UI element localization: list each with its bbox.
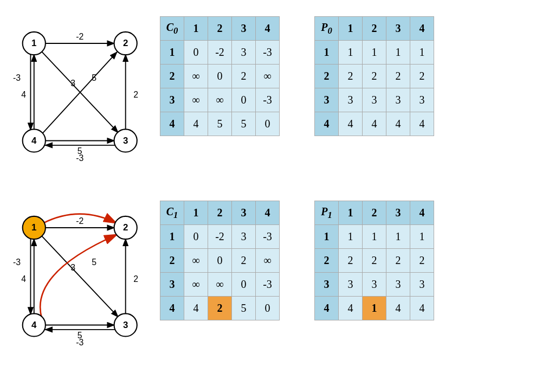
c0-row-1-header: 1 — [160, 41, 184, 65]
edge-label-1-2: -2 — [76, 32, 83, 41]
p0-4-2: 4 — [363, 112, 386, 136]
c1-3-4: -3 — [256, 273, 280, 297]
p0-2-2: 2 — [363, 65, 386, 88]
c1-1-2: -2 — [208, 225, 232, 249]
c1-row-4-header: 4 — [160, 297, 184, 320]
c1-3-2: ∞ — [208, 273, 232, 297]
c1-row-3-header: 3 — [160, 273, 184, 297]
p1-3-1: 3 — [339, 273, 363, 297]
p0-1-4: 1 — [410, 41, 434, 65]
p0-3-1: 3 — [339, 88, 363, 112]
p1-4-2-highlight: 1 — [363, 297, 386, 320]
p1-1-4: 1 — [410, 225, 434, 249]
c1-2-4: ∞ — [256, 249, 280, 273]
b-edge-label-4-1: 4 — [21, 275, 26, 284]
c0-2-3: 2 — [232, 65, 256, 88]
p1-2-1: 2 — [339, 249, 363, 273]
p1-3-4: 3 — [410, 273, 434, 297]
c0-matrix-container: C0 1 2 3 4 1 0 -2 3 -3 2 ∞ 0 2 ∞ 3 — [160, 16, 280, 136]
node-3-label: 3 — [123, 136, 128, 146]
c0-title: C0 — [160, 17, 184, 41]
p1-1-1: 1 — [339, 225, 363, 249]
p0-header-2: 2 — [363, 17, 386, 41]
p0-matrix-container: P0 1 2 3 4 1 1 1 1 1 2 2 2 2 2 3 — [314, 16, 434, 136]
c0-2-2: 0 — [208, 65, 232, 88]
node-4-label: 4 — [31, 136, 37, 146]
p1-2-4: 2 — [410, 249, 434, 273]
b-edge-label-3-4: -3 — [76, 338, 83, 347]
c0-header-4: 4 — [256, 17, 280, 41]
p0-header-1: 1 — [339, 17, 363, 41]
b-node-3-label: 3 — [123, 320, 128, 330]
p0-row-3-header: 3 — [315, 88, 339, 112]
b-node-1-label: 1 — [31, 223, 36, 233]
c1-header-3: 3 — [232, 201, 256, 225]
p0-2-4: 2 — [410, 65, 434, 88]
c1-2-1: ∞ — [184, 249, 208, 273]
p0-3-3: 3 — [386, 88, 410, 112]
node-2-label: 2 — [123, 38, 128, 49]
p1-2-2: 2 — [363, 249, 386, 273]
p0-row-1-header: 1 — [315, 41, 339, 65]
c0-header-1: 1 — [184, 17, 208, 41]
c1-4-3: 5 — [232, 297, 256, 320]
p1-3-2: 3 — [363, 273, 386, 297]
edge-label-4-1: 4 — [21, 91, 26, 100]
p1-header-2: 2 — [363, 201, 386, 225]
p0-matrix: P0 1 2 3 4 1 1 1 1 1 2 2 2 2 2 3 — [314, 16, 434, 136]
p0-row-2-header: 2 — [315, 65, 339, 88]
p1-matrix: P1 1 2 3 4 1 1 1 1 1 2 2 2 2 2 3 — [314, 201, 434, 320]
p1-header-4: 4 — [410, 201, 434, 225]
p0-2-3: 2 — [386, 65, 410, 88]
c1-1-1: 0 — [184, 225, 208, 249]
b-edge-label-1-4: -3 — [13, 258, 21, 267]
b-node-2-label: 2 — [123, 223, 128, 233]
c1-2-3: 2 — [232, 249, 256, 273]
c0-2-4: ∞ — [256, 65, 280, 88]
b-edge-label-3-2: 2 — [133, 275, 138, 284]
p1-1-3: 1 — [386, 225, 410, 249]
p1-2-3: 2 — [386, 249, 410, 273]
node-1-label: 1 — [31, 38, 36, 49]
c1-matrix-container: C1 1 2 3 4 1 0 -2 3 -3 2 ∞ 0 2 ∞ 3 — [160, 201, 280, 320]
c0-1-1: 0 — [184, 41, 208, 65]
p0-header-3: 3 — [386, 17, 410, 41]
c1-3-1: ∞ — [184, 273, 208, 297]
p1-4-3: 4 — [386, 297, 410, 320]
p0-row-4-header: 4 — [315, 112, 339, 136]
p0-4-4: 4 — [410, 112, 434, 136]
edge-label-3-4: -3 — [76, 153, 83, 163]
c1-header-2: 2 — [208, 201, 232, 225]
c1-3-3: 0 — [232, 273, 256, 297]
p0-4-1: 4 — [339, 112, 363, 136]
c0-1-2: -2 — [208, 41, 232, 65]
c1-header-1: 1 — [184, 201, 208, 225]
p0-1-1: 1 — [339, 41, 363, 65]
p1-row-4-header: 4 — [315, 297, 339, 320]
b-edge-label-4-2: 5 — [92, 258, 96, 267]
bottom-graph: -2 3 4 -3 5 5 -3 2 — [5, 195, 160, 363]
edge-label-4-2: 5 — [92, 73, 96, 82]
b-edge-label-1-3: 3 — [70, 263, 75, 272]
p0-1-3: 1 — [386, 41, 410, 65]
p1-row-1-header: 1 — [315, 225, 339, 249]
c1-2-2: 0 — [208, 249, 232, 273]
top-graph: -2 3 4 -3 5 5 -3 2 — [5, 11, 160, 179]
c0-2-1: ∞ — [184, 65, 208, 88]
c0-header-3: 3 — [232, 17, 256, 41]
p1-title: P1 — [315, 201, 339, 225]
p1-row-3-header: 3 — [315, 273, 339, 297]
c0-row-4-header: 4 — [160, 112, 184, 136]
p1-4-1: 4 — [339, 297, 363, 320]
c1-header-4: 4 — [256, 201, 280, 225]
edge-label-1-4: -3 — [13, 73, 21, 82]
p0-header-4: 4 — [410, 17, 434, 41]
p0-2-1: 2 — [339, 65, 363, 88]
c0-3-2: ∞ — [208, 88, 232, 112]
c1-row-2-header: 2 — [160, 249, 184, 273]
p0-1-2: 1 — [363, 41, 386, 65]
p1-4-4: 4 — [410, 297, 434, 320]
c1-1-3: 3 — [232, 225, 256, 249]
c1-title: C1 — [160, 201, 184, 225]
c1-4-2-highlight: 2 — [208, 297, 232, 320]
